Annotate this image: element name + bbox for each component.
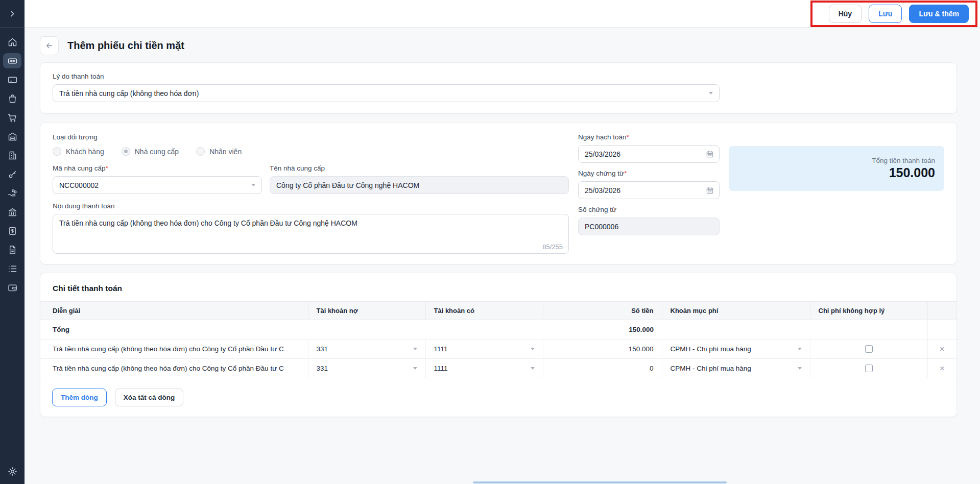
- delete-row-icon[interactable]: ×: [940, 344, 945, 354]
- supplier-code-label: Mã nhà cung cấp*: [53, 164, 262, 172]
- sidebar-item-cash-box[interactable]: [3, 222, 21, 240]
- row-amount[interactable]: 150.000: [543, 340, 662, 359]
- invalid-expense-checkbox[interactable]: [865, 345, 873, 353]
- row-debit-select[interactable]: 331: [308, 359, 425, 378]
- row-credit-select[interactable]: 1111: [425, 340, 543, 359]
- topbar-actions: Hủy Lưu Lưu & thêm: [829, 5, 969, 23]
- table-row: Trả tiền nhà cung cấp (không theo hóa đơ…: [40, 359, 957, 378]
- reason-label: Lý do thanh toán: [53, 72, 944, 80]
- document-number-field: Số chứng từ PC000006: [578, 206, 720, 235]
- sidebar-item-organization[interactable]: [3, 146, 21, 165]
- sidebar-item-salary[interactable]: [3, 184, 21, 203]
- row-credit-value: 1111: [434, 365, 448, 372]
- row-amount[interactable]: 0: [543, 359, 662, 378]
- cash-box-icon: [7, 226, 18, 236]
- header-actions: [927, 302, 957, 320]
- chevron-down-icon: [798, 367, 802, 370]
- document-date-label: Ngày chứng từ*: [578, 170, 720, 177]
- sidebar-settings[interactable]: [7, 466, 18, 484]
- sidebar-item-purchase[interactable]: [3, 89, 21, 108]
- total-row-amount: 150.000: [543, 320, 662, 340]
- header-debit-account[interactable]: Tài khoản nợ: [308, 302, 425, 320]
- row-description[interactable]: Trả tiền nhà cung cấp (không theo hóa đơ…: [40, 340, 308, 359]
- sidebar-item-sales[interactable]: [3, 108, 21, 127]
- reason-card: Lý do thanh toán Trả tiền nhà cung cấp (…: [40, 62, 957, 114]
- char-counter: 85/255: [542, 243, 563, 251]
- chevron-down-icon: [413, 367, 417, 370]
- arrow-left-icon: [45, 41, 54, 50]
- payment-detail-table: Diễn giải Tài khoản nợ Tài khoản có Số t…: [40, 301, 957, 378]
- wallet-icon: [7, 282, 18, 293]
- radio-icon: [196, 147, 205, 156]
- total-row-label: Tổng: [40, 320, 308, 340]
- info-total-column: Tổng tiền thanh toán 150.000: [729, 133, 944, 254]
- posting-date-input[interactable]: 25/03/2026: [578, 145, 720, 163]
- invalid-expense-checkbox[interactable]: [865, 365, 873, 372]
- payment-content-value: Trả tiền nhà cung cấp (không theo hóa đơ…: [59, 219, 357, 227]
- posting-date-value: 25/03/2026: [585, 150, 620, 158]
- sidebar-item-home[interactable]: [3, 33, 21, 52]
- delete-all-rows-button[interactable]: Xóa tất cả dòng: [115, 389, 184, 406]
- radio-employee-label: Nhân viên: [209, 148, 242, 156]
- back-button[interactable]: [40, 36, 59, 55]
- posting-date-field: Ngày hạch toán* 25/03/2026: [578, 133, 720, 163]
- radio-supplier[interactable]: Nhà cung cấp: [122, 147, 179, 156]
- document-number-label: Số chứng từ: [578, 206, 720, 213]
- header-credit-account[interactable]: Tài khoản có: [425, 302, 543, 320]
- sidebar-toggle[interactable]: [0, 0, 25, 28]
- row-expense-select[interactable]: CPMH - Chi phí mua hàng: [662, 359, 810, 378]
- delete-row-icon[interactable]: ×: [940, 364, 945, 373]
- radio-customer[interactable]: Khách hàng: [53, 147, 104, 156]
- sidebar-item-documents[interactable]: [3, 240, 21, 259]
- supplier-code-select[interactable]: NCC000002: [53, 176, 262, 194]
- sidebar-item-wallet[interactable]: [3, 278, 21, 297]
- supplier-name-field: Tên nhà cung cấp Công ty Cổ phần Đầu tư …: [270, 164, 569, 194]
- radio-employee[interactable]: Nhân viên: [196, 147, 242, 156]
- list-icon: [7, 263, 18, 274]
- radio-supplier-label: Nhà cung cấp: [135, 148, 179, 156]
- cash-icon: [7, 56, 18, 66]
- reason-select[interactable]: Trả tiền nhà cung cấp (không theo hóa đơ…: [53, 84, 720, 102]
- chevron-down-icon: [798, 348, 802, 350]
- gear-icon: [7, 466, 18, 477]
- sidebar-item-cash[interactable]: [3, 53, 21, 68]
- posting-date-label: Ngày hạch toán*: [578, 133, 720, 141]
- sidebar-item-tools[interactable]: [3, 165, 21, 184]
- header-amount[interactable]: Số tiền: [543, 302, 662, 320]
- save-button[interactable]: Lưu: [869, 5, 902, 23]
- sidebar-item-bank[interactable]: [3, 203, 21, 222]
- row-debit-select[interactable]: 331: [308, 340, 425, 359]
- sidebar-item-warehouse[interactable]: [3, 127, 21, 146]
- document-date-input[interactable]: 25/03/2026: [578, 181, 720, 199]
- total-amount-label: Tổng tiền thanh toán: [872, 157, 935, 164]
- chevron-down-icon: [709, 92, 713, 94]
- sidebar-item-bank-card[interactable]: [3, 70, 21, 89]
- horizontal-scrollbar-thumb[interactable]: [473, 481, 727, 483]
- info-card: Loại đối tượng Khách hàng Nhà cung cấp: [40, 122, 957, 264]
- header-expense-item[interactable]: Khoản mục phí: [662, 302, 810, 320]
- add-row-button[interactable]: Thêm dòng: [52, 389, 107, 406]
- header-invalid-expense[interactable]: Chi phí không hợp lý: [810, 302, 927, 320]
- warehouse-icon: [7, 131, 18, 142]
- document-number-input: PC000006: [578, 217, 720, 235]
- row-expense-select[interactable]: CPMH - Chi phí mua hàng: [662, 340, 810, 359]
- save-and-add-button[interactable]: Lưu & thêm: [909, 5, 969, 23]
- sidebar-item-categories[interactable]: [3, 259, 21, 278]
- supplier-code-field: Mã nhà cung cấp* NCC000002: [53, 164, 262, 194]
- supplier-name-input: Công ty Cổ phần Đầu tư Công nghệ HACOM: [270, 176, 569, 194]
- cancel-button[interactable]: Hủy: [829, 5, 862, 23]
- payment-content-field: Nội dung thanh toán Trả tiền nhà cung cấ…: [53, 202, 569, 254]
- chevron-down-icon: [251, 184, 255, 186]
- app-window: Hủy Lưu Lưu & thêm Thêm phiếu chi tiền m…: [0, 0, 980, 484]
- calendar-icon[interactable]: [706, 150, 714, 158]
- page-header: Thêm phiếu chi tiền mặt: [40, 36, 957, 55]
- header-description[interactable]: Diễn giải: [40, 302, 308, 320]
- document-icon: [7, 245, 18, 255]
- row-description[interactable]: Trả tiền nhà cung cấp (không theo hóa đơ…: [40, 359, 308, 378]
- row-credit-select[interactable]: 1111: [425, 359, 543, 378]
- calendar-icon[interactable]: [706, 186, 714, 195]
- payment-content-textarea[interactable]: Trả tiền nhà cung cấp (không theo hóa đơ…: [53, 214, 569, 254]
- topbar: Hủy Lưu Lưu & thêm: [25, 0, 980, 28]
- radio-icon: [122, 147, 130, 156]
- detail-title: Chi tiết thanh toán: [40, 273, 957, 301]
